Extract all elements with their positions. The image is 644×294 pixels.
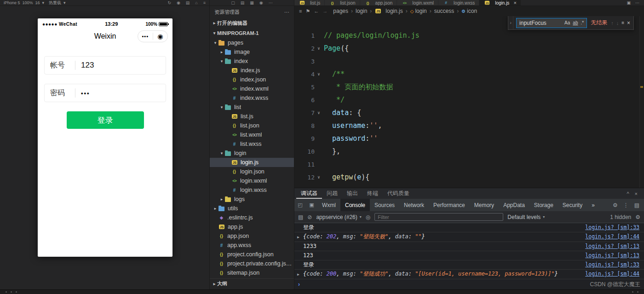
password-field[interactable]: 密码 ••• — [44, 84, 166, 102]
find-next-icon[interactable]: ↓ — [616, 20, 619, 26]
eye-icon[interactable]: ◎ — [366, 214, 370, 220]
tree-item-list[interactable]: ▾list — [210, 103, 294, 112]
expand-caret-icon[interactable]: ▶ — [297, 234, 303, 241]
execution-context-selector[interactable]: appservice (#26) ▾ — [316, 214, 361, 220]
tree-item-index.wxml[interactable]: <>index.wxml — [210, 84, 294, 93]
forward-icon[interactable]: → — [322, 8, 328, 14]
tree-item-app.json[interactable]: {}app.json — [210, 231, 294, 241]
devtools-tab-Security[interactable]: Security — [558, 199, 587, 211]
find-input[interactable] — [519, 20, 562, 26]
dock-side-icon[interactable]: ▤ — [634, 202, 639, 208]
tree-item-index.json[interactable]: {}index.json — [210, 75, 294, 84]
source-link[interactable]: login.js? [sm]:33 — [578, 261, 639, 268]
record-icon[interactable]: ◉ — [259, 0, 263, 5]
tab-list.json[interactable]: {}list.json — [325, 0, 360, 6]
whole-word-icon[interactable]: ab — [573, 20, 578, 25]
debugger-toggle-icon[interactable]: ▦ — [250, 0, 254, 5]
home-icon[interactable]: ◉ — [153, 33, 168, 40]
close-icon[interactable]: × — [635, 191, 638, 196]
tree-item-index[interactable]: ▾index — [210, 57, 294, 66]
panel-tab-代码质量[interactable]: 代码质量 — [383, 188, 414, 199]
panel-tab-调试器[interactable]: 调试器 — [296, 188, 322, 199]
tree-item-image[interactable]: ▸image — [210, 47, 294, 57]
source-link[interactable]: login.js? [sm]:33 — [578, 224, 639, 231]
bookmark-icon[interactable]: ⚑ — [305, 8, 310, 14]
devtools-tab-Sources[interactable]: Sources — [370, 199, 399, 211]
collapse-icon[interactable]: ^ — [627, 191, 629, 196]
tree-item-app.wxss[interactable]: #app.wxss — [210, 241, 294, 250]
tree-item-sitemap.json[interactable]: {}sitemap.json — [210, 268, 294, 277]
tree-item-list.wxss[interactable]: #list.wxss — [210, 139, 294, 149]
gear-icon[interactable]: ⚙ — [613, 202, 618, 208]
more-icon[interactable]: ⋯ — [284, 9, 289, 15]
console-sidebar-icon[interactable]: ▤ — [298, 214, 303, 220]
fold-icon[interactable]: ∨ — [315, 110, 323, 115]
panel-tab-输出[interactable]: 输出 — [342, 188, 362, 199]
home-icon[interactable]: ⌂ — [195, 0, 197, 5]
tree-item-.eslintrc.js[interactable]: ◆.eslintrc.js — [210, 213, 294, 222]
source-link[interactable]: login.js? [sm]:13 — [578, 252, 639, 259]
split-editor-icon[interactable]: ▣ — [627, 0, 631, 5]
breadcrumb-item-login[interactable]: login — [356, 8, 367, 14]
code-editor[interactable]: 1// pages/login/login.js2∨Page({34∨ /**5… — [294, 16, 644, 188]
record-icon[interactable]: ◉ — [177, 0, 180, 5]
devtools-tab-Wxml[interactable]: Wxml — [317, 199, 340, 211]
tab-login.js[interactable]: JSlogin.js× — [479, 0, 521, 6]
panel-tab-问题[interactable]: 问题 — [322, 188, 342, 199]
devtools-tab-AppData[interactable]: AppData — [499, 199, 529, 211]
tree-item-project.private.config.js…[interactable]: {}project.private.config.js… — [210, 259, 294, 268]
tab-login.wxml[interactable]: <>login.wxml — [397, 0, 438, 6]
menu-icon[interactable]: ≡ — [203, 0, 206, 5]
log-levels-selector[interactable]: Default levels ▾ — [507, 214, 545, 220]
tree-item-list.js[interactable]: JSlist.js — [210, 112, 294, 121]
fold-icon[interactable]: ∨ — [315, 175, 323, 179]
tree-item-login.js[interactable]: JSlogin.js — [210, 158, 294, 167]
breadcrumb-item-pages[interactable]: pages — [333, 8, 348, 14]
inspect-element-icon[interactable]: ◰ — [294, 202, 306, 208]
devtools-tab-Storage[interactable]: Storage — [529, 199, 558, 211]
breadcrumb-item-success[interactable]: success — [434, 8, 454, 14]
more-icon[interactable]: ⋯ — [269, 0, 273, 5]
open-editors-section[interactable]: ▸ 打开的编辑器 — [210, 18, 294, 28]
tree-item-logs[interactable]: ▸logs — [210, 195, 294, 204]
more-icon[interactable]: ••• — [138, 34, 153, 39]
expand-caret-icon[interactable]: ▶ — [297, 271, 303, 278]
list-icon[interactable]: ▤ — [186, 0, 190, 5]
tree-item-index.wxss[interactable]: #index.wxss — [210, 93, 294, 103]
hidden-count-label[interactable]: 1 hidden — [610, 214, 631, 220]
breadcrumb-item-login.js[interactable]: JSlogin.js — [374, 8, 402, 14]
tree-item-login.wxml[interactable]: <>login.wxml — [210, 176, 294, 185]
kebab-menu-icon[interactable]: ⋮ — [623, 202, 629, 208]
devtools-tab-»[interactable]: » — [587, 199, 599, 211]
clear-console-icon[interactable]: ⊘ — [307, 214, 312, 220]
hot-reload-toggle[interactable]: 热重载 ▾ — [49, 0, 66, 6]
breadcrumb-item-login[interactable]: ◇login — [410, 8, 427, 14]
more-icon[interactable]: ⋯ — [635, 0, 639, 5]
tab-login.wxss[interactable]: #login.wxss — [438, 0, 479, 6]
tree-item-login.json[interactable]: {}login.json — [210, 167, 294, 176]
menu-icon[interactable]: ≡ — [299, 8, 302, 14]
login-button[interactable]: 登录 — [67, 111, 144, 129]
source-link[interactable]: login.js? [sm]:13 — [578, 243, 639, 250]
simulator-toggle-icon[interactable]: ▢ — [231, 0, 235, 5]
device-toolbar-icon[interactable]: ▣ — [306, 202, 317, 208]
tree-item-index.js[interactable]: JSindex.js — [210, 66, 294, 75]
devtools-tab-Memory[interactable]: Memory — [470, 199, 499, 211]
source-link[interactable]: login.js? [sm]:44 — [578, 271, 639, 277]
regex-icon[interactable]: .* — [581, 20, 584, 25]
tree-item-list.json[interactable]: {}list.json — [210, 121, 294, 130]
toggle-replace-icon[interactable]: › — [508, 16, 513, 29]
devtools-tab-Console[interactable]: Console — [340, 199, 370, 211]
find-previous-icon[interactable]: ↑ — [611, 20, 614, 26]
tree-item-app.js[interactable]: JSapp.js — [210, 222, 294, 231]
tree-item-pages[interactable]: ▾pages — [210, 38, 294, 47]
breadcrumb-item-icon[interactable]: ⚙icon — [461, 8, 477, 14]
tab-list.js[interactable]: JSlist.js — [294, 0, 325, 6]
close-icon[interactable]: × — [513, 0, 516, 6]
fold-icon[interactable]: ∨ — [315, 72, 323, 76]
devtools-tab-Performance[interactable]: Performance — [429, 199, 470, 211]
device-selector[interactable]: iPhone 5 100% 16 ▾ — [4, 0, 44, 5]
close-icon[interactable]: × — [627, 20, 630, 26]
fold-icon[interactable]: ∨ — [315, 46, 323, 51]
refresh-icon[interactable]: ↻ — [167, 0, 171, 5]
